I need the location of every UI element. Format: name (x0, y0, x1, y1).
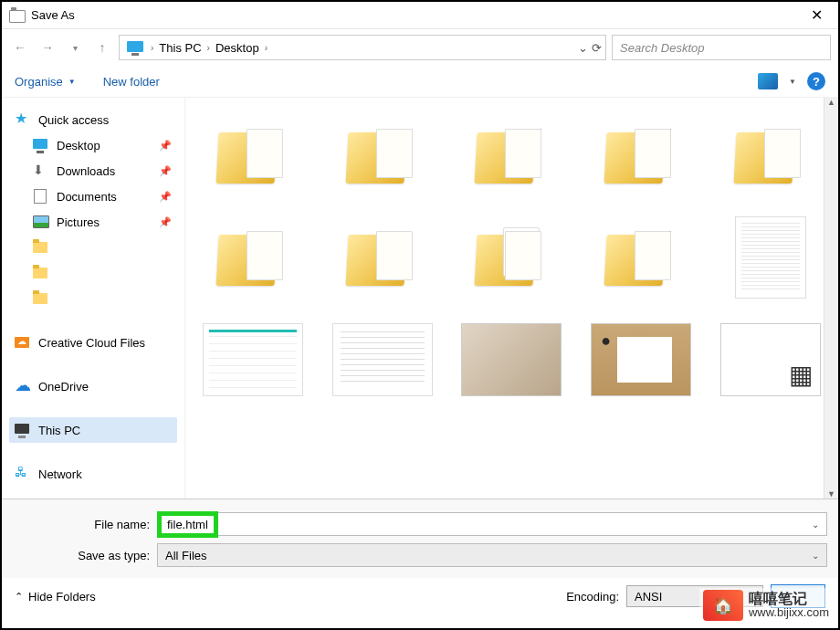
sidebar-item-folder-1[interactable] (9, 235, 177, 260)
file-list: ▲ ▼ (184, 98, 838, 499)
window-title: Save As (31, 8, 798, 22)
folder-icon (33, 290, 49, 307)
sidebar-label: This PC (38, 424, 80, 437)
image-thumbnail (461, 323, 562, 396)
organise-menu[interactable]: Organise ▼ (15, 75, 76, 89)
breadcrumb-this-pc[interactable]: This PC (157, 41, 203, 55)
list-item[interactable] (320, 209, 445, 306)
chevron-down-icon[interactable]: ⌄ (812, 520, 826, 530)
sidebar-item-folder-3[interactable] (9, 286, 177, 311)
history-dropdown[interactable]: ▾ (64, 37, 86, 58)
title-bar: Save As ✕ (2, 2, 838, 29)
chevron-up-icon: ⌃ (15, 591, 23, 603)
toolbar: Organise ▼ New folder ▼ ? (2, 66, 838, 97)
sidebar-label: Creative Cloud Files (38, 336, 145, 350)
sidebar-item-quick-access[interactable]: Quick access (9, 107, 177, 132)
encoding-label: Encoding: (566, 590, 619, 604)
onedrive-icon (15, 378, 31, 394)
sidebar-item-documents[interactable]: Documents 📌 (9, 184, 177, 209)
list-item[interactable] (450, 107, 574, 204)
sidebar-item-pictures[interactable]: Pictures 📌 (9, 209, 177, 235)
save-type-label: Save as type: (13, 549, 157, 562)
forward-button[interactable]: → (37, 37, 58, 58)
sidebar-item-this-pc[interactable]: This PC (9, 417, 177, 443)
sidebar-label: Desktop (57, 139, 100, 152)
list-item[interactable] (709, 209, 833, 306)
download-icon (33, 163, 49, 179)
sidebar-item-downloads[interactable]: Downloads 📌 (9, 158, 177, 184)
list-item[interactable] (450, 311, 574, 408)
sidebar-item-onedrive[interactable]: OneDrive (9, 373, 177, 399)
file-name-input[interactable]: file.html ⌄ (157, 512, 827, 536)
file-name-label: File name: (13, 518, 157, 531)
image-thumbnail (591, 323, 691, 396)
list-item[interactable] (579, 311, 703, 408)
document-icon (33, 188, 49, 205)
list-item[interactable] (320, 107, 445, 204)
sidebar-label: Quick access (38, 113, 109, 127)
scroll-down-icon[interactable]: ▼ (827, 489, 835, 499)
refresh-icon[interactable]: ⟳ (592, 41, 602, 55)
up-button[interactable]: ↑ (91, 37, 113, 58)
chevron-down-icon[interactable]: ▼ (789, 78, 796, 86)
watermark-title: 嘻嘻笔记 (749, 592, 829, 605)
creative-cloud-icon (15, 334, 31, 351)
list-item[interactable] (579, 209, 703, 306)
scroll-up-icon[interactable]: ▲ (827, 98, 835, 107)
sidebar-label: OneDrive (38, 380, 89, 394)
list-item[interactable] (709, 311, 833, 408)
address-dropdown-icon[interactable]: ⌄ (578, 41, 588, 55)
nav-row: ← → ▾ ↑ › This PC › Desktop › ⌄ ⟳ Search… (2, 29, 838, 66)
watermark-logo-icon: 🏠 (703, 590, 743, 621)
desktop-icon (33, 137, 49, 153)
new-folder-button[interactable]: New folder (103, 75, 160, 89)
encoding-value: ANSI (635, 590, 662, 604)
pin-icon: 📌 (159, 216, 172, 228)
save-type-select[interactable]: All Files ⌄ (157, 543, 827, 567)
pictures-icon (33, 214, 49, 230)
folder-icon (605, 229, 677, 286)
save-type-value: All Files (165, 549, 207, 562)
breadcrumb-desktop[interactable]: Desktop (214, 41, 261, 55)
pin-icon: 📌 (159, 191, 172, 203)
vertical-scrollbar[interactable]: ▲ ▼ (824, 98, 838, 499)
back-button[interactable]: ← (9, 37, 31, 58)
list-item[interactable] (450, 209, 574, 306)
chevron-right-icon: › (151, 43, 153, 53)
sidebar-item-folder-2[interactable] (9, 260, 177, 286)
list-item[interactable] (191, 107, 315, 204)
image-thumbnail (720, 323, 821, 396)
save-form: File name: file.html ⌄ Save as type: All… (2, 499, 838, 578)
pin-icon: 📌 (159, 165, 172, 177)
pin-icon: 📌 (159, 140, 172, 152)
star-icon (15, 111, 31, 128)
this-pc-icon (15, 422, 31, 438)
hide-folders-label: Hide Folders (28, 590, 96, 604)
chevron-right-icon: › (265, 43, 268, 53)
hide-folders-button[interactable]: ⌃ Hide Folders (15, 590, 96, 604)
folder-icon (347, 127, 418, 184)
list-item[interactable] (191, 311, 315, 408)
list-item[interactable] (709, 107, 833, 204)
navigation-pane: Quick access Desktop 📌 Downloads 📌 Docum… (2, 98, 184, 499)
save-type-row: Save as type: All Files ⌄ (13, 543, 827, 567)
list-item[interactable] (579, 107, 703, 204)
sidebar-item-network[interactable]: Network (9, 461, 177, 487)
sidebar-label: Pictures (57, 215, 100, 229)
chevron-right-icon: › (207, 43, 210, 53)
chevron-down-icon[interactable]: ⌄ (812, 551, 819, 561)
chevron-down-icon: ▼ (68, 78, 76, 86)
help-button[interactable]: ? (807, 72, 825, 90)
close-button[interactable]: ✕ (798, 2, 835, 29)
list-item[interactable] (191, 209, 315, 306)
network-icon (15, 466, 31, 482)
folder-icon (476, 127, 547, 184)
folder-icon (476, 229, 547, 286)
sidebar-item-creative-cloud[interactable]: Creative Cloud Files (9, 330, 177, 355)
search-input[interactable]: Search Desktop (612, 35, 831, 60)
address-bar[interactable]: › This PC › Desktop › ⌄ ⟳ (119, 35, 606, 60)
list-item[interactable] (320, 311, 445, 408)
sidebar-item-desktop[interactable]: Desktop 📌 (9, 132, 177, 158)
folder-icon (217, 127, 289, 184)
view-options-icon[interactable] (758, 73, 778, 89)
